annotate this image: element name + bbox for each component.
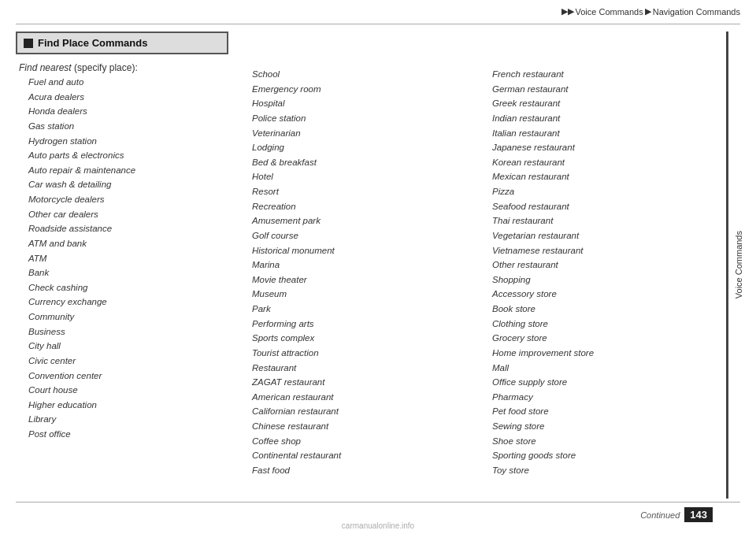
continued-label: Continued <box>640 510 680 520</box>
main-content: Find Place Commands Find nearest (specif… <box>16 32 717 499</box>
list-item: Emergency room <box>252 82 476 97</box>
bottom-rule <box>16 502 740 502</box>
breadcrumb-arrows: ▶▶ <box>561 6 574 17</box>
list-item: Post office <box>28 427 228 442</box>
list-item: Roadside assistance <box>28 221 228 236</box>
list-item: Fast food <box>252 463 476 478</box>
find-place-title: Find Place Commands <box>38 37 147 49</box>
list-item: Recreation <box>252 199 476 214</box>
list-item: Pharmacy <box>492 390 717 405</box>
list-item: Coffee shop <box>252 434 476 449</box>
list-item: Vietnamese restaurant <box>492 243 717 258</box>
list-item: Gas station <box>28 119 228 134</box>
list-item: Hospital <box>252 96 476 111</box>
list-item: Fuel and auto <box>28 75 228 90</box>
list-item: Vegetarian restaurant <box>492 228 717 243</box>
list-item: Bank <box>28 265 228 280</box>
top-rule <box>16 24 740 24</box>
list-item: ZAGAT restaurant <box>252 375 476 390</box>
breadcrumb-part1: Voice Commands <box>576 7 643 17</box>
list-item: Lodging <box>252 140 476 155</box>
list-item: Currency exchange <box>28 295 228 310</box>
list-item: Resort <box>252 184 476 199</box>
find-nearest-suffix: (specify place): <box>72 62 138 73</box>
list-item: Thai restaurant <box>492 213 717 228</box>
list-item: Civic center <box>28 354 228 369</box>
list-item: Performing arts <box>252 317 476 332</box>
list-item: Grocery store <box>492 331 717 346</box>
list-item: Business <box>28 324 228 339</box>
list-item: School <box>252 67 476 82</box>
list-item: Police station <box>252 111 476 126</box>
list-item: Shoe store <box>492 434 717 449</box>
list-item: Pizza <box>492 184 717 199</box>
list-item: Higher education <box>28 398 228 413</box>
watermark: carmanualonline.info <box>342 521 414 530</box>
list-item: Mall <box>492 361 717 376</box>
list-item: Pet food store <box>492 404 717 419</box>
bottom-info: Continued 143 <box>640 507 713 522</box>
list-item: Check cashing <box>28 280 228 295</box>
breadcrumb-part2: Navigation Commands <box>653 7 740 17</box>
list-item: Movie theater <box>252 273 476 287</box>
list-item: Sporting goods store <box>492 448 717 463</box>
list-item: Auto parts & electronics <box>28 148 228 163</box>
list-item: Other car dealers <box>28 207 228 222</box>
breadcrumb: ▶▶ Voice Commands ▶ Navigation Commands <box>561 6 741 17</box>
list-item: Restaurant <box>252 361 476 376</box>
list-item: Chinese restaurant <box>252 419 476 434</box>
sidebar-label: Voice Commands <box>734 231 743 299</box>
right-column: French restaurantGerman restaurantGreek … <box>476 32 717 499</box>
list-item: Other restaurant <box>492 258 717 273</box>
breadcrumb-sep1: ▶ <box>645 6 651 17</box>
list-item: Golf course <box>252 228 476 243</box>
list-item: Seafood restaurant <box>492 199 717 214</box>
list-item: City hall <box>28 339 228 354</box>
list-item: Korean restaurant <box>492 155 717 170</box>
list-item: Californian restaurant <box>252 404 476 419</box>
list-item: Mexican restaurant <box>492 169 717 184</box>
list-item: Toy store <box>492 463 717 478</box>
find-nearest-label: Find nearest (specify place): <box>16 62 228 73</box>
list-item: Auto repair & maintenance <box>28 163 228 178</box>
list-item: Greek restaurant <box>492 96 717 111</box>
list-item: Indian restaurant <box>492 111 717 126</box>
list-item: Historical monument <box>252 243 476 258</box>
list-item: Car wash & detailing <box>28 177 228 192</box>
list-item: American restaurant <box>252 390 476 405</box>
list-item: French restaurant <box>492 67 717 82</box>
left-column: Find Place Commands Find nearest (specif… <box>16 32 228 499</box>
list-item: Japanese restaurant <box>492 140 717 155</box>
list-item: Bed & breakfast <box>252 155 476 170</box>
list-item: Shopping <box>492 273 717 287</box>
page-number: 143 <box>684 507 713 522</box>
list-item: Acura dealers <box>28 90 228 105</box>
sidebar-bar <box>726 32 728 499</box>
list-item: Honda dealers <box>28 104 228 119</box>
list-item: Book store <box>492 302 717 317</box>
list-item: Amusement park <box>252 213 476 228</box>
right-list: French restaurantGerman restaurantGreek … <box>492 67 717 478</box>
list-item: Motorcycle dealers <box>28 192 228 207</box>
list-item: Tourist attraction <box>252 346 476 361</box>
list-item: Sports complex <box>252 331 476 346</box>
mid-column: SchoolEmergency roomHospitalPolice stati… <box>228 32 476 499</box>
list-item: ATM and bank <box>28 236 228 251</box>
list-item: Clothing store <box>492 317 717 332</box>
list-item: ATM <box>28 251 228 266</box>
list-item: Community <box>28 310 228 324</box>
list-item: Veterinarian <box>252 126 476 141</box>
box-icon <box>24 39 33 48</box>
list-item: Marina <box>252 258 476 273</box>
list-item: Accessory store <box>492 287 717 302</box>
list-item: Museum <box>252 287 476 302</box>
list-item: Italian restaurant <box>492 126 717 141</box>
list-item: Court house <box>28 383 228 398</box>
left-list: Fuel and autoAcura dealersHonda dealersG… <box>16 75 228 442</box>
list-item: Hotel <box>252 169 476 184</box>
list-item: German restaurant <box>492 82 717 97</box>
list-item: Park <box>252 302 476 317</box>
mid-list: SchoolEmergency roomHospitalPolice stati… <box>252 67 476 478</box>
list-item: Hydrogen station <box>28 134 228 149</box>
list-item: Office supply store <box>492 375 717 390</box>
